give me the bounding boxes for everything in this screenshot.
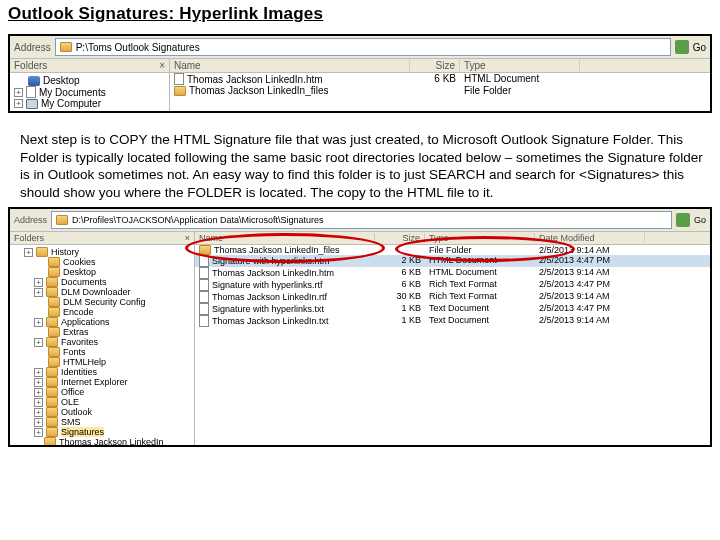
folder-icon xyxy=(46,387,58,397)
file-row[interactable]: Thomas Jackson LinkedIn_filesFile Folder xyxy=(170,85,710,96)
address-input[interactable]: D:\Profiles\TOJACKSON\Application Data\M… xyxy=(51,211,672,229)
close-icon[interactable]: × xyxy=(185,233,190,243)
tree-item[interactable]: +Applications xyxy=(14,317,190,327)
tree-item-label: Applications xyxy=(61,317,110,327)
expander-icon[interactable]: + xyxy=(34,318,43,327)
tree-item-label: Documents xyxy=(61,277,107,287)
tree-item[interactable]: Encode xyxy=(14,307,190,317)
tree-item-label: Internet Explorer xyxy=(61,377,128,387)
file-type: Rich Text Format xyxy=(425,279,535,291)
file-name: Thomas Jackson LinkedIn.htm xyxy=(212,268,334,278)
address-bar: Address D:\Profiles\TOJACKSON\Applicatio… xyxy=(10,209,710,232)
expander-icon[interactable]: + xyxy=(34,418,43,427)
expander-icon[interactable]: + xyxy=(34,368,43,377)
tree-item-label: Office xyxy=(61,387,84,397)
tree-item[interactable]: +My Documents xyxy=(14,86,165,98)
expander-icon[interactable]: + xyxy=(34,278,43,287)
file-size: 6 KB xyxy=(410,73,460,85)
folder-icon xyxy=(46,277,58,287)
file-type: Text Document xyxy=(425,315,535,327)
annotation-oval xyxy=(395,236,575,262)
file-size: 1 KB xyxy=(375,315,425,327)
file-name: Thomas Jackson LinkedIn_files xyxy=(189,85,329,96)
file-icon xyxy=(199,291,209,303)
expander-icon[interactable]: + xyxy=(34,378,43,387)
folder-icon xyxy=(46,427,58,437)
file-row[interactable]: Thomas Jackson LinkedIn.htm6 KBHTML Docu… xyxy=(170,73,710,85)
file-type: HTML Document xyxy=(425,267,535,279)
tree-item[interactable]: +Office xyxy=(14,387,190,397)
instruction-paragraph: Next step is to COPY the HTML Signature … xyxy=(0,121,720,207)
col-name[interactable]: Name xyxy=(170,60,410,71)
expander-icon[interactable]: + xyxy=(34,288,43,297)
go-icon[interactable] xyxy=(675,40,689,54)
file-date: 2/5/2013 4:47 PM xyxy=(535,303,645,315)
folder-tree: +HistoryCookiesDesktop+Documents+DLM Dow… xyxy=(10,245,194,445)
file-icon xyxy=(199,315,209,327)
file-date: 2/5/2013 9:14 AM xyxy=(535,291,645,303)
file-row[interactable]: Signature with hyperlinks.txt1 KBText Do… xyxy=(195,303,710,315)
address-value: D:\Profiles\TOJACKSON\Application Data\M… xyxy=(72,215,323,225)
tree-item[interactable]: +OLE xyxy=(14,397,190,407)
tree-item[interactable]: Desktop xyxy=(14,75,165,86)
tree-item[interactable]: +DLM Downloader xyxy=(14,287,190,297)
expander-icon[interactable]: + xyxy=(24,248,33,257)
tree-item[interactable]: +Internet Explorer xyxy=(14,377,190,387)
tree-item-label: Cookies xyxy=(63,257,96,267)
tree-item[interactable]: Desktop xyxy=(14,267,190,277)
folder-icon xyxy=(46,317,58,327)
file-size xyxy=(410,85,460,96)
folder-icon xyxy=(46,397,58,407)
folder-icon xyxy=(48,297,60,307)
file-row[interactable]: Thomas Jackson LinkedIn.txt1 KBText Docu… xyxy=(195,315,710,327)
tree-item[interactable]: +Favorites xyxy=(14,337,190,347)
folder-icon xyxy=(48,307,60,317)
folder-icon xyxy=(48,257,60,267)
file-row[interactable]: Thomas Jackson LinkedIn.htm6 KBHTML Docu… xyxy=(195,267,710,279)
expander-icon[interactable]: + xyxy=(34,398,43,407)
file-icon xyxy=(199,303,209,315)
col-size[interactable]: Size xyxy=(410,60,460,71)
file-name: Signature with hyperlinks.rtf xyxy=(212,280,323,290)
tree-item-label: History xyxy=(51,247,79,257)
tree-item-label: DLM Security Config xyxy=(63,297,146,307)
folder-icon xyxy=(36,247,48,257)
tree-item[interactable]: +Identities xyxy=(14,367,190,377)
file-size: 6 KB xyxy=(375,279,425,291)
go-icon[interactable] xyxy=(676,213,690,227)
tree-item[interactable]: DLM Security Config xyxy=(14,297,190,307)
file-icon xyxy=(199,267,209,279)
tree-item-label: Desktop xyxy=(43,75,80,86)
expander-icon[interactable]: + xyxy=(34,408,43,417)
tree-item-label: Fonts xyxy=(63,347,86,357)
tree-item[interactable]: Thomas Jackson LinkedIn xyxy=(14,437,190,445)
file-row[interactable]: Signature with hyperlinks.rtf6 KBRich Te… xyxy=(195,279,710,291)
close-icon[interactable]: × xyxy=(159,60,165,71)
tree-item[interactable]: +Documents xyxy=(14,277,190,287)
expander-icon[interactable]: + xyxy=(34,388,43,397)
expander-icon[interactable]: + xyxy=(14,88,23,97)
folder-icon xyxy=(48,327,60,337)
tree-item[interactable]: +My Computer xyxy=(14,98,165,109)
file-size: 6 KB xyxy=(375,267,425,279)
file-row[interactable]: Thomas Jackson LinkedIn.rtf30 KBRich Tex… xyxy=(195,291,710,303)
tree-item[interactable]: +Outlook xyxy=(14,407,190,417)
tree-item[interactable]: HTMLHelp xyxy=(14,357,190,367)
folder-icon xyxy=(46,337,58,347)
col-type[interactable]: Type xyxy=(460,60,580,71)
tree-item[interactable]: Extras xyxy=(14,327,190,337)
address-input[interactable]: P:\Toms Outlook Signatures xyxy=(55,38,671,56)
folder-icon xyxy=(46,407,58,417)
tree-item[interactable]: +History xyxy=(14,247,190,257)
folder-icon xyxy=(44,437,56,445)
tree-item-label: Identities xyxy=(61,367,97,377)
file-type: Text Document xyxy=(425,303,535,315)
tree-item[interactable]: Cookies xyxy=(14,257,190,267)
expander-icon[interactable]: + xyxy=(14,99,23,108)
tree-item[interactable]: Fonts xyxy=(14,347,190,357)
expander-icon[interactable]: + xyxy=(34,428,43,437)
explorer-1: Address P:\Toms Outlook Signatures Go Fo… xyxy=(8,34,712,113)
expander-icon[interactable]: + xyxy=(34,338,43,347)
tree-item[interactable]: +SMS xyxy=(14,417,190,427)
tree-item[interactable]: +Signatures xyxy=(14,427,190,437)
